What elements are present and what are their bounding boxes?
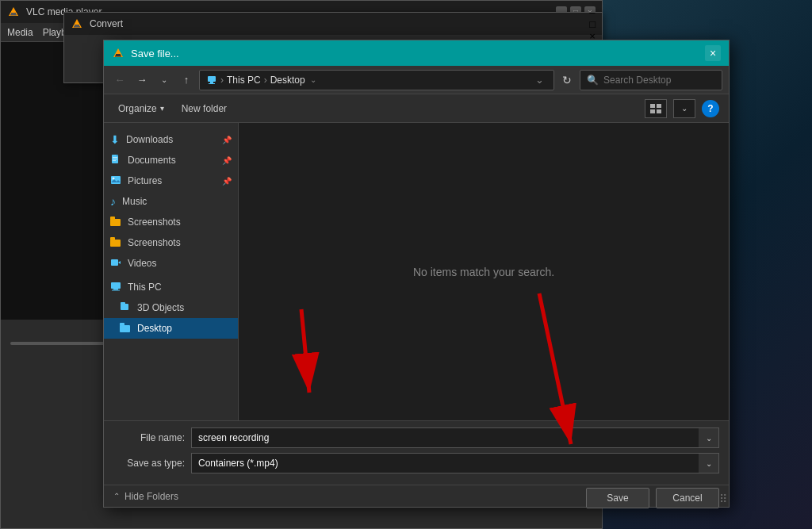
sidebar-item-documents[interactable]: Documents 📌 bbox=[104, 150, 238, 171]
nav-up-btn[interactable]: ↑ bbox=[177, 71, 196, 90]
screenshots2-icon bbox=[110, 236, 121, 249]
sidebar-item-screenshots1[interactable]: Screenshots bbox=[104, 212, 238, 232]
svg-rect-26 bbox=[110, 240, 121, 247]
svg-rect-10 bbox=[210, 82, 213, 83]
downloads-icon: ⬇ bbox=[110, 133, 120, 146]
svg-rect-7 bbox=[116, 54, 121, 56]
convert-minimize-btn[interactable]: – bbox=[589, 6, 596, 18]
file-content-area: No items match your search. bbox=[239, 123, 729, 420]
hide-folders-label: Hide Folders bbox=[124, 491, 178, 502]
save-button[interactable]: Save bbox=[586, 488, 649, 508]
address-dropdown-btn[interactable]: ⌄ bbox=[531, 71, 547, 90]
svg-rect-27 bbox=[110, 237, 115, 240]
empty-message: No items match your search. bbox=[413, 266, 554, 278]
path-desktop[interactable]: Desktop bbox=[270, 75, 305, 86]
sidebar-music-label: Music bbox=[122, 196, 232, 207]
desktop-folder-icon bbox=[120, 322, 131, 335]
sidebar-downloads-label: Downloads bbox=[126, 134, 216, 145]
sidebar-3d-objects-label: 3D Objects bbox=[137, 302, 232, 313]
hide-folders-btn[interactable]: ⌃ Hide Folders bbox=[113, 491, 178, 502]
svg-rect-24 bbox=[110, 219, 121, 226]
new-folder-btn[interactable]: New folder bbox=[175, 101, 233, 117]
filename-input[interactable] bbox=[191, 427, 719, 448]
sidebar-item-desktop[interactable]: Desktop bbox=[104, 318, 238, 339]
svg-rect-8 bbox=[115, 56, 121, 57]
svg-rect-33 bbox=[121, 304, 128, 310]
nav-back-btn[interactable]: ← bbox=[110, 71, 129, 90]
convert-maximize-btn[interactable]: □ bbox=[589, 18, 596, 30]
organize-chevron-icon: ▾ bbox=[160, 104, 164, 113]
savetype-input[interactable] bbox=[191, 453, 719, 473]
sidebar: ⬇ Downloads 📌 Documents 📌 bbox=[104, 123, 239, 420]
nav-dropdown-btn[interactable]: ⌄ bbox=[155, 71, 174, 90]
savetype-dropdown-btn[interactable]: ⌄ bbox=[699, 453, 719, 473]
save-dialog-close-btn[interactable]: × bbox=[705, 45, 721, 61]
downloads-pin-icon: 📌 bbox=[222, 136, 232, 144]
hide-folders-chevron-icon: ⌃ bbox=[113, 492, 120, 500]
resize-handle[interactable]: ⠿ bbox=[719, 493, 727, 505]
documents-icon bbox=[110, 154, 121, 167]
nav-forward-btn[interactable]: → bbox=[132, 71, 151, 90]
filename-dropdown-btn[interactable]: ⌄ bbox=[699, 427, 719, 448]
bottom-strip: ⌃ Hide Folders Save Cancel bbox=[104, 485, 729, 507]
save-dialog-title: Save file... bbox=[131, 48, 699, 59]
svg-rect-5 bbox=[74, 26, 80, 28]
svg-marker-29 bbox=[118, 261, 121, 264]
view-details-btn[interactable]: ⌄ bbox=[673, 99, 695, 118]
sidebar-item-downloads[interactable]: ⬇ Downloads 📌 bbox=[104, 129, 238, 150]
svg-rect-21 bbox=[111, 176, 121, 184]
search-box[interactable]: 🔍 bbox=[580, 70, 722, 90]
svg-rect-12 bbox=[650, 104, 655, 108]
svg-rect-34 bbox=[121, 302, 125, 305]
refresh-btn[interactable]: ↻ bbox=[557, 71, 576, 90]
view-toggle-btn[interactable] bbox=[645, 99, 667, 118]
sidebar-item-music[interactable]: ♪ Music bbox=[104, 191, 238, 212]
path-end-chevron[interactable]: ⌄ bbox=[310, 75, 316, 84]
search-input[interactable] bbox=[603, 75, 722, 86]
filename-input-wrap: ⌄ bbox=[191, 427, 719, 448]
sidebar-pictures-label: Pictures bbox=[128, 175, 216, 186]
view-icon bbox=[650, 104, 661, 113]
svg-rect-11 bbox=[209, 83, 215, 84]
save-dialog-titlebar: Save file... × bbox=[104, 40, 729, 66]
convert-titlebar: Convert – □ × bbox=[64, 13, 602, 35]
search-icon: 🔍 bbox=[587, 75, 599, 86]
organize-btn[interactable]: Organize ▾ bbox=[113, 101, 169, 117]
sidebar-screenshots1-label: Screenshots bbox=[128, 217, 232, 228]
sidebar-videos-label: Videos bbox=[128, 258, 232, 269]
svg-rect-13 bbox=[657, 104, 661, 108]
svg-rect-30 bbox=[111, 282, 121, 289]
svg-rect-9 bbox=[208, 76, 216, 82]
svg-rect-31 bbox=[113, 289, 118, 290]
path-this-pc[interactable]: This PC bbox=[227, 75, 261, 86]
svg-rect-19 bbox=[113, 160, 116, 161]
svg-rect-18 bbox=[113, 159, 117, 159]
pictures-pin-icon: 📌 bbox=[222, 177, 232, 186]
sidebar-documents-label: Documents bbox=[128, 155, 216, 166]
cancel-button[interactable]: Cancel bbox=[656, 488, 719, 508]
pictures-icon bbox=[110, 174, 121, 188]
sidebar-screenshots2-label: Screenshots bbox=[128, 237, 232, 248]
sidebar-this-pc-label: This PC bbox=[128, 282, 232, 293]
action-buttons: Save Cancel bbox=[586, 488, 719, 508]
bottom-form-area: File name: ⌄ Save as type: ⌄ bbox=[104, 420, 729, 485]
sidebar-item-videos[interactable]: Videos bbox=[104, 253, 238, 274]
sidebar-item-3d-objects[interactable]: 3D Objects bbox=[104, 297, 238, 318]
address-path[interactable]: › This PC › Desktop ⌄ ⌄ bbox=[199, 70, 554, 90]
3d-objects-icon bbox=[120, 301, 131, 315]
svg-rect-25 bbox=[110, 217, 115, 220]
filename-row: File name: ⌄ bbox=[113, 427, 719, 448]
vlc-menu-media[interactable]: Media bbox=[7, 27, 33, 38]
main-content-area: ⬇ Downloads 📌 Documents 📌 bbox=[104, 123, 729, 420]
save-file-dialog: Save file... × ← → ⌄ ↑ › This PC › Deskt… bbox=[103, 40, 730, 508]
sidebar-item-screenshots2[interactable]: Screenshots bbox=[104, 232, 238, 253]
organize-label: Organize bbox=[118, 103, 157, 114]
documents-pin-icon: 📌 bbox=[222, 156, 232, 165]
savetype-row: Save as type: ⌄ bbox=[113, 453, 719, 473]
sidebar-item-pictures[interactable]: Pictures 📌 bbox=[104, 171, 238, 191]
help-btn[interactable]: ? bbox=[702, 100, 719, 117]
sidebar-desktop-label: Desktop bbox=[137, 323, 232, 334]
convert-dialog-title: Convert bbox=[90, 18, 583, 29]
svg-rect-36 bbox=[120, 323, 124, 326]
sidebar-item-this-pc[interactable]: This PC bbox=[104, 277, 238, 297]
